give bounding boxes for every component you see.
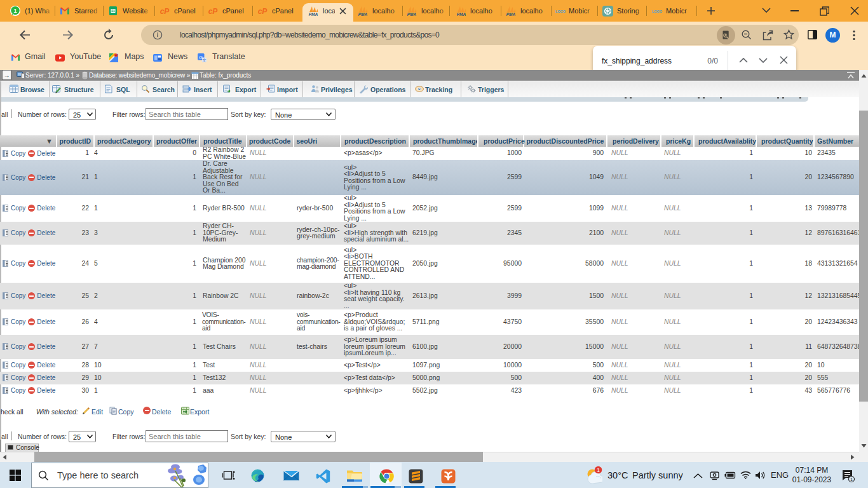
svg-text:PMA: PMA bbox=[506, 12, 516, 17]
svg-text:LOGO: LOGO bbox=[652, 10, 663, 13]
svg-text:cP: cP bbox=[258, 7, 268, 16]
svg-text:1: 1 bbox=[597, 467, 600, 473]
svg-text:1: 1 bbox=[850, 477, 853, 482]
svg-text:PMA: PMA bbox=[457, 12, 466, 17]
svg-text:cP: cP bbox=[208, 7, 218, 16]
svg-text:LOGO: LOGO bbox=[555, 10, 566, 13]
svg-text:cP: cP bbox=[160, 7, 170, 16]
svg-text:PMA: PMA bbox=[309, 12, 318, 17]
svg-text:PMA: PMA bbox=[407, 12, 417, 17]
svg-text:文: 文 bbox=[202, 58, 207, 62]
svg-text:1: 1 bbox=[13, 8, 17, 14]
svg-text:PMA: PMA bbox=[358, 12, 368, 17]
